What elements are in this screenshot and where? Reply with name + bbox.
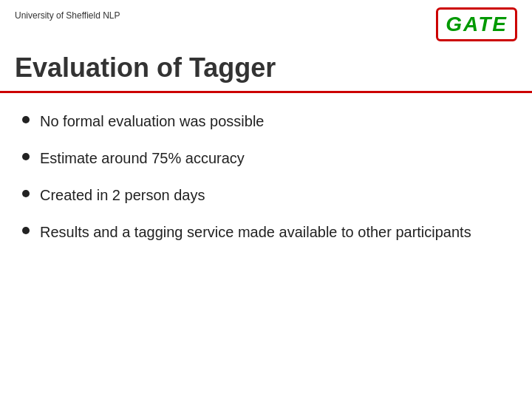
bullet-dot-icon [22, 116, 30, 123]
slide: University of Sheffield NLP GATE Evaluat… [0, 0, 532, 399]
slide-header: University of Sheffield NLP GATE [0, 0, 532, 46]
bullet-list: No formal evaluation was possibleEstimat… [22, 111, 510, 242]
bullet-text: Estimate around 75% accuracy [40, 148, 510, 168]
bullet-dot-icon [22, 190, 30, 197]
list-item: No formal evaluation was possible [22, 111, 510, 132]
bullet-dot-icon [22, 153, 30, 160]
bullet-text: Results and a tagging service made avail… [40, 222, 510, 242]
gate-logo: GATE [436, 7, 517, 41]
university-title: University of Sheffield NLP [15, 7, 120, 21]
title-section: Evaluation of Tagger [0, 46, 532, 91]
bullet-text: No formal evaluation was possible [40, 111, 510, 132]
bullet-text: Created in 2 person days [40, 185, 510, 205]
list-item: Estimate around 75% accuracy [22, 148, 510, 168]
page-title: Evaluation of Tagger [15, 52, 517, 83]
gate-logo-box: GATE [436, 7, 517, 41]
bullet-dot-icon [22, 227, 30, 234]
list-item: Results and a tagging service made avail… [22, 222, 510, 242]
list-item: Created in 2 person days [22, 185, 510, 205]
content-area: No formal evaluation was possibleEstimat… [0, 93, 532, 273]
gate-logo-text: GATE [446, 13, 508, 36]
